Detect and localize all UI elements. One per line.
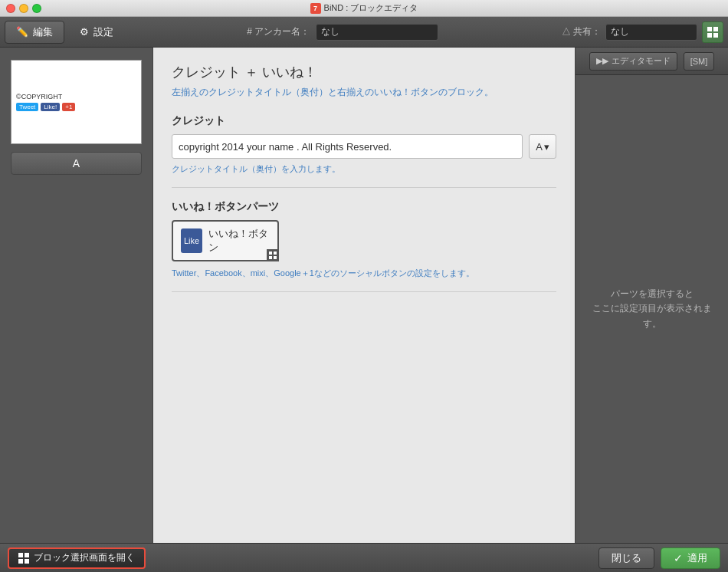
open-block-button[interactable]: ブロック選択画面を開く bbox=[8, 547, 146, 569]
credit-hint: クレジットタイトル（奥付）を入力します。 bbox=[172, 163, 556, 175]
svg-rect-2 bbox=[707, 33, 712, 38]
credit-section: クレジット A ▾ クレジットタイトル（奥付）を入力します。 bbox=[172, 114, 556, 175]
svg-rect-3 bbox=[713, 33, 718, 38]
preview-tweet-badge: Tweet bbox=[16, 103, 38, 111]
grid-open-icon bbox=[18, 553, 29, 564]
editor-mode-button[interactable]: ▶▶ エディタモード bbox=[589, 52, 677, 71]
title-bar: 7 BiND : ブロックエディタ bbox=[0, 0, 728, 17]
like-label: いいね！ボタンパーツ bbox=[172, 200, 556, 214]
svg-rect-8 bbox=[18, 553, 23, 557]
window-title: 7 BiND : ブロックエディタ bbox=[310, 2, 418, 14]
grid-button[interactable] bbox=[702, 21, 723, 43]
share-input[interactable] bbox=[605, 24, 697, 41]
svg-rect-5 bbox=[274, 251, 277, 255]
like-button-label: いいね！ボタン bbox=[208, 227, 270, 255]
credit-input[interactable] bbox=[172, 134, 523, 159]
center-content: クレジット ＋ いいね！ 左揃えのクレジットタイトル（奥付）と右揃えのいいね！ボ… bbox=[153, 48, 575, 543]
preview-copyright: ©COPYRIGHT bbox=[16, 93, 62, 100]
social-hint: Twitter、Facebook、mixi、Google＋1などのソーシャルボタ… bbox=[172, 268, 556, 279]
toolbar-right: △ 共有： bbox=[562, 21, 728, 43]
svg-rect-9 bbox=[25, 553, 29, 557]
svg-rect-4 bbox=[269, 251, 272, 255]
preview-content: ©COPYRIGHT Tweet Like! +1 bbox=[11, 88, 141, 116]
app-icon: 7 bbox=[310, 3, 321, 14]
main-toolbar: ✏️ 編集 ⚙ 設定 # アンカー名： △ 共有： bbox=[0, 17, 728, 48]
close-window-button[interactable] bbox=[6, 4, 15, 13]
like-button-preview[interactable]: Like いいね！ボタン bbox=[172, 220, 279, 261]
right-hint-text: パーツを選択すると ここに設定項目が表示されます。 bbox=[588, 287, 716, 331]
edit-icon: ✏️ bbox=[16, 26, 28, 38]
like-corner-icon bbox=[267, 249, 279, 261]
block-subtitle: 左揃えのクレジットタイトル（奥付）と右揃えのいいね！ボタンのブロック。 bbox=[172, 86, 556, 99]
preview-plus-badge: +1 bbox=[62, 103, 75, 111]
svg-rect-1 bbox=[713, 27, 718, 31]
preview-social-buttons: Tweet Like! +1 bbox=[16, 103, 75, 111]
settings-button[interactable]: ⚙ 設定 bbox=[69, 21, 124, 44]
divider-2 bbox=[172, 291, 556, 292]
editor-mode-icon: ▶▶ bbox=[596, 56, 608, 66]
sidebar-a-button[interactable]: A bbox=[11, 152, 142, 175]
bottom-bar: ブロック選択画面を開く 閉じる ✓ 適用 bbox=[0, 543, 728, 572]
block-title: クレジット ＋ いいね！ bbox=[172, 63, 556, 81]
left-sidebar: ©COPYRIGHT Tweet Like! +1 A bbox=[0, 48, 153, 543]
svg-rect-11 bbox=[25, 559, 29, 564]
svg-rect-7 bbox=[274, 256, 277, 259]
credit-input-row: A ▾ bbox=[172, 134, 556, 159]
right-sidebar: ▶▶ エディタモード [SM] パーツを選択すると ここに設定項目が表示されます… bbox=[575, 48, 728, 543]
svg-rect-0 bbox=[707, 27, 712, 31]
checkmark-icon: ✓ bbox=[674, 552, 683, 564]
like-section: いいね！ボタンパーツ Like いいね！ボタン Twitter、Facebook… bbox=[172, 200, 556, 279]
gear-icon: ⚙ bbox=[80, 26, 89, 38]
divider-1 bbox=[172, 187, 556, 188]
svg-rect-10 bbox=[18, 559, 23, 564]
apply-button[interactable]: ✓ 適用 bbox=[661, 547, 720, 569]
credit-label: クレジット bbox=[172, 114, 556, 128]
close-button[interactable]: 閉じる bbox=[598, 547, 654, 569]
minimize-window-button[interactable] bbox=[19, 4, 28, 13]
maximize-window-button[interactable] bbox=[32, 4, 41, 13]
right-hint-area: パーツを選択すると ここに設定項目が表示されます。 bbox=[576, 75, 728, 543]
main-layout: ©COPYRIGHT Tweet Like! +1 A クレジット ＋ いいね！… bbox=[0, 48, 728, 543]
anchor-input[interactable] bbox=[316, 24, 438, 41]
style-button[interactable]: A ▾ bbox=[529, 134, 556, 159]
right-toolbar: ▶▶ エディタモード [SM] bbox=[576, 48, 728, 75]
window-controls bbox=[6, 4, 41, 13]
block-preview: ©COPYRIGHT Tweet Like! +1 bbox=[11, 60, 142, 144]
edit-button[interactable]: ✏️ 編集 bbox=[5, 21, 64, 44]
svg-rect-6 bbox=[269, 256, 272, 259]
toolbar-center: # アンカー名： bbox=[124, 24, 562, 41]
bottom-right-buttons: 閉じる ✓ 適用 bbox=[598, 547, 720, 569]
preview-like-badge: Like! bbox=[41, 103, 60, 111]
like-icon: Like bbox=[181, 228, 202, 253]
sm-button[interactable]: [SM] bbox=[684, 52, 715, 71]
